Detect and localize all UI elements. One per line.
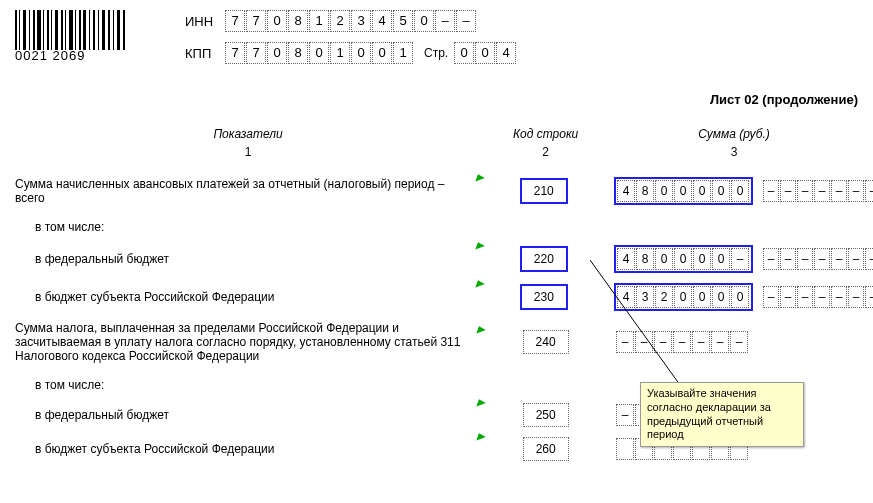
marker-icon [475, 397, 486, 406]
svg-rect-10 [61, 10, 63, 50]
svg-rect-6 [43, 10, 44, 50]
svg-rect-0 [15, 10, 17, 50]
svg-rect-5 [37, 10, 41, 50]
col-header-2: Код строки [481, 127, 610, 141]
inn-cell: 7 [225, 10, 245, 32]
sum-cells: 4 8 0 0 0 0 – [614, 245, 753, 273]
kpp-cells: 7 7 0 8 0 1 0 0 1 [225, 42, 414, 64]
row-desc: Сумма начисленных авансовых платежей за … [15, 177, 480, 205]
sum-cell: – [654, 331, 672, 353]
dash-cell: – [814, 286, 830, 308]
svg-rect-20 [108, 10, 110, 50]
inn-label: ИНН [185, 14, 225, 29]
sum-cell: 0 [712, 286, 730, 308]
inn-cell: 7 [246, 10, 266, 32]
dash-cell: – [797, 286, 813, 308]
svg-rect-7 [47, 10, 49, 50]
page-cell: 0 [454, 42, 474, 64]
dash-cell: – [865, 180, 873, 202]
dash-cell: – [848, 248, 864, 270]
svg-rect-2 [23, 10, 26, 50]
kpp-cell: 8 [288, 42, 308, 64]
sum-cell: 0 [693, 286, 711, 308]
row-desc: в бюджет субъекта Российской Федерации [15, 290, 480, 304]
kpp-cell: 0 [267, 42, 287, 64]
line-code: 220 [520, 246, 568, 272]
id-fields: ИНН 7 7 0 8 1 2 3 4 5 0 – – КПП 7 7 0 [185, 10, 517, 74]
svg-rect-21 [113, 10, 114, 50]
svg-rect-8 [51, 10, 52, 50]
inn-cell: – [435, 10, 455, 32]
inn-cell: 8 [288, 10, 308, 32]
col-num-2: 2 [481, 145, 610, 159]
barcode-block: 0021 2069 [15, 10, 135, 63]
svg-rect-15 [83, 10, 86, 50]
sum-cell: 0 [674, 180, 692, 202]
kpp-cell: 7 [246, 42, 266, 64]
table-row-220: в федеральный бюджет 220 4 8 0 0 0 0 – –… [15, 245, 858, 273]
barcode-icon [15, 10, 125, 50]
sum-cells: – – – – – – – [616, 331, 749, 353]
barcode-text: 0021 2069 [15, 48, 135, 63]
dash-cell: – [865, 248, 873, 270]
dash-cell: – [831, 286, 847, 308]
table-row-240: Сумма налога, выплаченная за пределами Р… [15, 321, 858, 363]
sum-cell: – [616, 331, 634, 353]
sum-cell: 0 [674, 286, 692, 308]
line-code: 250 [523, 403, 569, 427]
dash-cells: – – – – – – – – [763, 248, 873, 270]
sheet-title: Лист 02 (продолжение) [15, 92, 858, 107]
sum-cell: – [731, 248, 749, 270]
dash-cell: – [763, 180, 779, 202]
dash-cell: – [780, 248, 796, 270]
inn-cell: 3 [351, 10, 371, 32]
svg-rect-9 [55, 10, 58, 50]
sum-cell: 8 [636, 180, 654, 202]
table-row-210: Сумма начисленных авансовых платежей за … [15, 177, 858, 205]
sum-cell: – [692, 331, 710, 353]
table-header-num-row: 1 2 3 [15, 145, 858, 159]
inn-cell: 2 [330, 10, 350, 32]
dash-cell: – [780, 180, 796, 202]
marker-icon [473, 278, 484, 287]
svg-rect-12 [69, 10, 73, 50]
header: 0021 2069 ИНН 7 7 0 8 1 2 3 4 5 0 – – КП… [15, 10, 858, 74]
kpp-cell: 7 [225, 42, 245, 64]
dash-cell: – [831, 180, 847, 202]
inn-cell: – [456, 10, 476, 32]
kpp-row: КПП 7 7 0 8 0 1 0 0 1 Стр. 0 0 4 [185, 42, 517, 64]
svg-rect-13 [75, 10, 76, 50]
table-header-row: Показатели Код строки Сумма (руб.) [15, 127, 858, 141]
sum-cell: 2 [655, 286, 673, 308]
svg-rect-4 [33, 10, 35, 50]
inn-cell: 0 [414, 10, 434, 32]
dash-cell: – [848, 286, 864, 308]
dash-cells: – – – – – – – – [763, 180, 873, 202]
annotation-tooltip: Указывайте значения согласно декларации … [640, 382, 804, 447]
sum-cell: 3 [636, 286, 654, 308]
sum-cell: 0 [655, 180, 673, 202]
dash-cell: – [797, 248, 813, 270]
dash-cell: – [814, 180, 830, 202]
sum-cell: 0 [712, 180, 730, 202]
sum-cell: 4 [617, 248, 635, 270]
sum-cell: 0 [731, 286, 749, 308]
sum-cell: 0 [693, 180, 711, 202]
inn-cell: 5 [393, 10, 413, 32]
inn-row: ИНН 7 7 0 8 1 2 3 4 5 0 – – [185, 10, 517, 32]
kpp-cell: 1 [330, 42, 350, 64]
col-num-3: 3 [610, 145, 858, 159]
svg-rect-22 [117, 10, 120, 50]
including-row: в том числе: [15, 215, 858, 239]
dash-cells: – – – – – – – – [763, 286, 873, 308]
sum-cell: 0 [655, 248, 673, 270]
line-code: 240 [523, 330, 569, 354]
row-desc: Сумма налога, выплаченная за пределами Р… [15, 321, 481, 363]
svg-rect-19 [102, 10, 105, 50]
col-header-3: Сумма (руб.) [610, 127, 858, 141]
sum-cells: 4 3 2 0 0 0 0 [614, 283, 753, 311]
row-desc: в бюджет субъекта Российской Федерации [15, 442, 481, 456]
svg-rect-14 [79, 10, 81, 50]
dash-cell: – [814, 248, 830, 270]
table-row-230: в бюджет субъекта Российской Федерации 2… [15, 283, 858, 311]
